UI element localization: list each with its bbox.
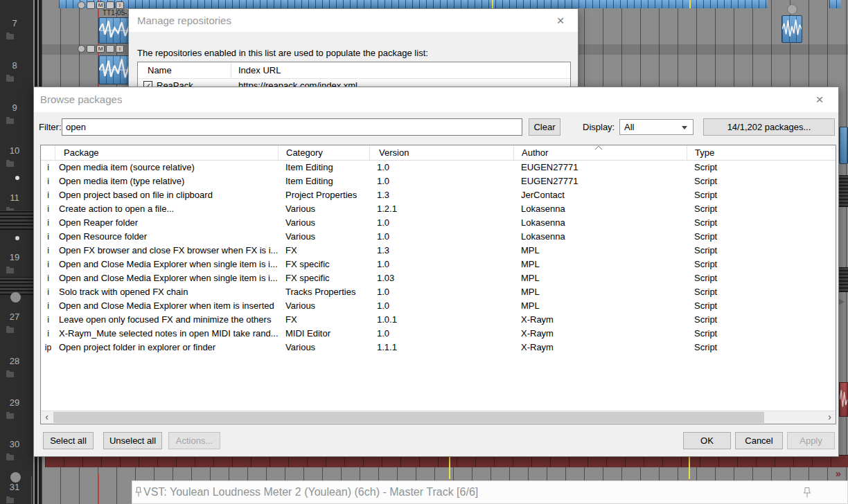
package-row[interactable]: i X-Raym_Mute selected notes in open MID… [41, 327, 836, 341]
package-kind-cell: Script [687, 244, 836, 258]
media-item[interactable] [839, 127, 848, 164]
horizontal-scrollbar[interactable]: ‹ › [41, 411, 836, 424]
track-header[interactable]: 7 [0, 18, 33, 57]
fx-window-titlebar[interactable]: VST: Youlean Loudness Meter 2 (Youlean) … [132, 480, 848, 504]
track-header[interactable]: 28 [0, 356, 33, 395]
package-row[interactable]: i Open media item (source relative) Item… [41, 161, 836, 174]
package-type-code: i [41, 244, 55, 258]
package-name-cell: Create action to open a file... [55, 202, 279, 216]
package-type-code: i [41, 202, 55, 216]
column-header-index-url[interactable]: Index URL [231, 62, 281, 78]
item-mute-icon[interactable]: M [96, 1, 105, 9]
media-item[interactable] [839, 382, 848, 417]
column-header-package[interactable]: Package [55, 145, 279, 160]
package-category-cell: Item Editing [279, 174, 370, 188]
chevron-down-icon [682, 126, 687, 129]
item-properties-icon[interactable]: i [116, 1, 124, 9]
column-header-name[interactable]: Name [138, 62, 231, 78]
track-header[interactable]: 8 [0, 60, 33, 99]
folder-icon [6, 34, 14, 39]
package-version-cell: 1.0 [370, 216, 514, 230]
folder-icon [6, 268, 14, 273]
track-header[interactable]: 9 [0, 102, 33, 141]
package-row[interactable]: i Open Resource folder Various 1.0 Lokas… [41, 230, 836, 244]
package-author-cell: MPL [514, 285, 687, 299]
clear-button[interactable]: Clear [529, 118, 560, 136]
package-row[interactable]: i Leave open only focused FX and minimiz… [41, 313, 836, 327]
package-category-cell: Tracks Properties [279, 285, 370, 299]
select-all-button[interactable]: Select all [43, 432, 94, 449]
package-row[interactable]: i Open FX browser and close FX browser w… [41, 244, 836, 258]
item-lock-icon[interactable] [87, 1, 95, 9]
scroll-right-icon[interactable]: › [824, 411, 836, 424]
package-row[interactable]: i Open project based on file in clipboar… [41, 188, 836, 202]
scrollbar-thumb[interactable] [53, 412, 764, 423]
package-row[interactable]: i Solo track with opened FX chain Tracks… [41, 285, 836, 299]
record-arm-button[interactable] [10, 292, 21, 303]
folder-icon [6, 455, 14, 460]
ok-button[interactable]: OK [683, 432, 731, 449]
package-version-cell: 1.0 [370, 327, 514, 341]
cancel-button[interactable]: Cancel [735, 432, 783, 449]
package-author-cell: MPL [514, 244, 687, 258]
track-header[interactable]: 31 [0, 482, 33, 504]
scroll-left-icon[interactable]: ‹ [41, 411, 53, 424]
item-volume-icon[interactable] [78, 45, 85, 53]
package-type-code: i [41, 230, 55, 244]
waveform [782, 16, 802, 42]
dialog-titlebar[interactable]: Manage repositories × [129, 9, 578, 32]
package-version-cell: 1.0 [370, 230, 514, 244]
track-header[interactable]: 29 [0, 397, 33, 436]
dialog-titlebar[interactable]: Browse packages × [34, 87, 838, 112]
column-header-type[interactable]: Type [687, 145, 836, 160]
item-notes-icon[interactable] [106, 45, 114, 53]
package-row[interactable]: ip Open project folder in explorer or fi… [41, 341, 836, 354]
packages-count-button[interactable]: 14/1,202 packages... [703, 118, 835, 136]
close-icon[interactable]: × [806, 87, 833, 112]
filter-input[interactable] [62, 118, 522, 136]
filter-label: Filter: [39, 122, 62, 132]
display-label: Display: [583, 122, 615, 132]
item-volume-icon[interactable] [78, 1, 85, 9]
package-author-cell: MPL [514, 258, 687, 271]
actions-button[interactable]: Actions... [168, 432, 220, 449]
track-number: 9 [6, 102, 24, 113]
item-notes-icon[interactable] [106, 1, 114, 9]
pin-icon[interactable] [803, 487, 811, 498]
item-properties-icon[interactable]: i [116, 45, 124, 53]
column-header-author[interactable]: Author [514, 145, 687, 160]
package-row[interactable]: i Open media item (type relative) Item E… [41, 174, 836, 188]
record-arm-button[interactable] [10, 472, 21, 483]
item-volume-icon[interactable] [787, 4, 797, 15]
item-lock-icon[interactable] [87, 45, 95, 53]
package-category-cell: MIDI Editor [279, 327, 370, 341]
apply-button[interactable]: Apply [787, 432, 835, 449]
repositories-description: The repositories enabled in this list ar… [137, 48, 428, 58]
display-dropdown[interactable]: All [619, 119, 694, 135]
column-header-version[interactable]: Version [370, 145, 514, 160]
minimized-tracks [0, 210, 33, 230]
package-row[interactable]: i Open and Close Media Explorer when ite… [41, 299, 836, 313]
package-kind-cell: Script [687, 258, 836, 271]
track-number: 8 [6, 60, 24, 71]
package-version-cell: 1.3 [370, 244, 514, 258]
record-arm-dot[interactable] [15, 176, 19, 180]
package-kind-cell: Script [687, 285, 836, 299]
package-row[interactable]: i Create action to open a file... Variou… [41, 202, 836, 216]
package-row[interactable]: i Open Reaper folder Various 1.0 Lokasen… [41, 216, 836, 230]
pin-icon[interactable] [135, 487, 142, 498]
package-category-cell: FX [279, 244, 370, 258]
item-mute-icon[interactable]: M [96, 45, 105, 53]
column-header-category[interactable]: Category [279, 145, 370, 160]
unselect-all-button[interactable]: Unselect all [103, 432, 162, 449]
package-type-code: i [41, 271, 55, 285]
media-item[interactable] [781, 15, 802, 43]
close-icon[interactable]: × [547, 9, 574, 32]
display-dropdown-value: All [624, 122, 634, 132]
package-row[interactable]: i Open and Close Media Explorer when sin… [41, 258, 836, 271]
record-arm-dot[interactable] [15, 236, 19, 240]
column-header-icon[interactable] [41, 145, 55, 160]
package-row[interactable]: i Open and Close Media Explorer when sin… [41, 271, 836, 285]
package-kind-cell: Script [687, 188, 836, 202]
track-header[interactable]: 27 [0, 312, 33, 350]
